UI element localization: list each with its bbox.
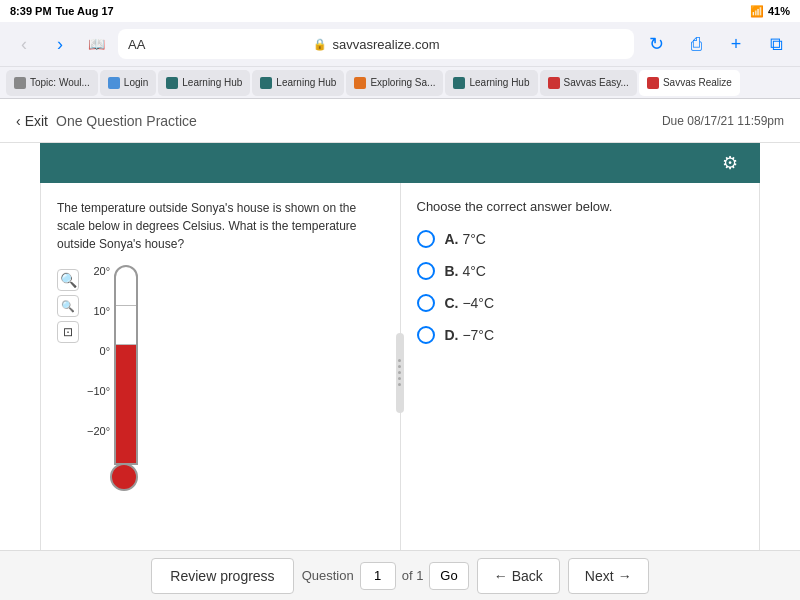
tab-label: Learning Hub: [276, 77, 336, 88]
answer-option-d[interactable]: D. −7°C: [417, 326, 744, 344]
exit-arrow: ‹: [16, 113, 21, 129]
scale-20: 20°: [93, 265, 110, 305]
answer-option-a[interactable]: A. 7°C: [417, 230, 744, 248]
forward-button[interactable]: ›: [46, 30, 74, 58]
review-progress-button[interactable]: Review progress: [151, 558, 293, 594]
thermometer-container: 🔍 🔍 ⊡ 20° 10° 0° −10° −20°: [57, 265, 384, 491]
tab-topic[interactable]: Topic: Woul...: [6, 70, 98, 96]
zoom-controls: 🔍 🔍 ⊡: [57, 269, 79, 343]
scale-0: 0°: [100, 345, 111, 385]
go-button[interactable]: Go: [429, 562, 468, 590]
scale-neg10: −10°: [87, 385, 110, 425]
reload-button[interactable]: ↻: [642, 30, 670, 58]
due-date: Due 08/17/21 11:59pm: [662, 114, 784, 128]
answer-label-d: D. −7°C: [445, 327, 495, 343]
new-tab-button[interactable]: +: [722, 30, 750, 58]
scale-neg20: −20°: [87, 425, 110, 465]
toolbar-actions: ↻ ⎙ + ⧉: [642, 30, 790, 58]
right-panel: Choose the correct answer below. A. 7°C …: [401, 183, 760, 562]
domain-text: savvasrealize.com: [333, 37, 440, 52]
question-label: Question: [302, 568, 354, 583]
next-arrow-icon: →: [618, 568, 632, 584]
tab-label: Login: [124, 77, 148, 88]
teal-banner: ⚙: [40, 143, 760, 183]
answer-label-b: B. 4°C: [445, 263, 486, 279]
tab-exploring[interactable]: Exploring Sa...: [346, 70, 443, 96]
radio-d[interactable]: [417, 326, 435, 344]
browser-chrome: ‹ › 📖 AA 🔒 savvasrealize.com ↻ ⎙ + ⧉ Top…: [0, 22, 800, 99]
of-label: of 1: [402, 568, 424, 583]
answer-label-a: A. 7°C: [445, 231, 486, 247]
exit-label: Exit: [25, 113, 48, 129]
tab-favicon: [260, 77, 272, 89]
answer-option-c[interactable]: C. −4°C: [417, 294, 744, 312]
wifi-icon: 📶: [750, 5, 764, 18]
zoom-out-button[interactable]: 🔍: [57, 295, 79, 317]
time: 8:39 PM: [10, 5, 52, 17]
page-title: One Question Practice: [56, 113, 197, 129]
drag-dot-4: [398, 377, 401, 380]
thermometer-wrapper: 20° 10° 0° −10° −20°: [87, 265, 138, 491]
radio-c[interactable]: [417, 294, 435, 312]
share-button[interactable]: ⎙: [682, 30, 710, 58]
next-label: Next: [585, 568, 614, 584]
answer-option-b[interactable]: B. 4°C: [417, 262, 744, 280]
left-panel: The temperature outside Sonya's house is…: [41, 183, 401, 562]
back-button[interactable]: ‹: [10, 30, 38, 58]
lock-icon: 🔒: [313, 38, 327, 51]
thermometer-bulb: [110, 463, 138, 491]
app-header: ‹ Exit One Question Practice Due 08/17/2…: [0, 99, 800, 143]
tab-lh3[interactable]: Learning Hub: [445, 70, 537, 96]
tab-lh2[interactable]: Learning Hub: [252, 70, 344, 96]
question-number-input[interactable]: [360, 562, 396, 590]
tab-label: Learning Hub: [182, 77, 242, 88]
thermometer-fill: [116, 345, 136, 463]
exit-button[interactable]: ‹ Exit: [16, 113, 48, 129]
thermometer-tube: [114, 265, 138, 465]
scale-10: 10°: [93, 305, 110, 345]
tab-favicon: [354, 77, 366, 89]
drag-dot-3: [398, 371, 401, 374]
answer-label-c: C. −4°C: [445, 295, 495, 311]
tab-favicon: [14, 77, 26, 89]
tab-favicon: [548, 77, 560, 89]
radio-a[interactable]: [417, 230, 435, 248]
back-label: Back: [512, 568, 543, 584]
tab-favicon: [166, 77, 178, 89]
tab-login[interactable]: Login: [100, 70, 156, 96]
status-bar: 8:39 PM Tue Aug 17 📶 41%: [0, 0, 800, 22]
tab-label: Learning Hub: [469, 77, 529, 88]
main-content: The temperature outside Sonya's house is…: [40, 183, 760, 563]
back-nav-button[interactable]: ← Back: [477, 558, 560, 594]
scale-labels: 20° 10° 0° −10° −20°: [87, 265, 110, 465]
tab-favicon: [108, 77, 120, 89]
tab-label: Savvas Easy...: [564, 77, 629, 88]
question-text: The temperature outside Sonya's house is…: [57, 199, 384, 253]
tab-favicon: [647, 77, 659, 89]
drag-dot-5: [398, 383, 401, 386]
aa-label: AA: [128, 37, 145, 52]
expand-button[interactable]: ⊡: [57, 321, 79, 343]
answer-instruction: Choose the correct answer below.: [417, 199, 744, 214]
next-nav-button[interactable]: Next →: [568, 558, 649, 594]
back-arrow-icon: ←: [494, 568, 508, 584]
thermometer-body: [114, 265, 138, 491]
answer-options: A. 7°C B. 4°C C. −4°C D. −7°C: [417, 230, 744, 344]
tab-savvas-easy[interactable]: Savvas Easy...: [540, 70, 637, 96]
tabs-button[interactable]: ⧉: [762, 30, 790, 58]
tab-label: Savvas Realize: [663, 77, 732, 88]
tab-savvas-realize[interactable]: Savvas Realize: [639, 70, 740, 96]
tabs-bar: Topic: Woul... Login Learning Hub Learni…: [0, 66, 800, 98]
zoom-in-button[interactable]: 🔍: [57, 269, 79, 291]
radio-b[interactable]: [417, 262, 435, 280]
drag-handle[interactable]: [396, 333, 404, 413]
battery: 41%: [768, 5, 790, 17]
settings-button[interactable]: ⚙: [716, 149, 744, 177]
address-bar[interactable]: AA 🔒 savvasrealize.com: [118, 29, 634, 59]
app-header-left: ‹ Exit One Question Practice: [16, 113, 197, 129]
tab-label: Exploring Sa...: [370, 77, 435, 88]
tab-lh1[interactable]: Learning Hub: [158, 70, 250, 96]
reader-button[interactable]: 📖: [82, 30, 110, 58]
day: Tue Aug 17: [56, 5, 114, 17]
drag-dot-1: [398, 359, 401, 362]
